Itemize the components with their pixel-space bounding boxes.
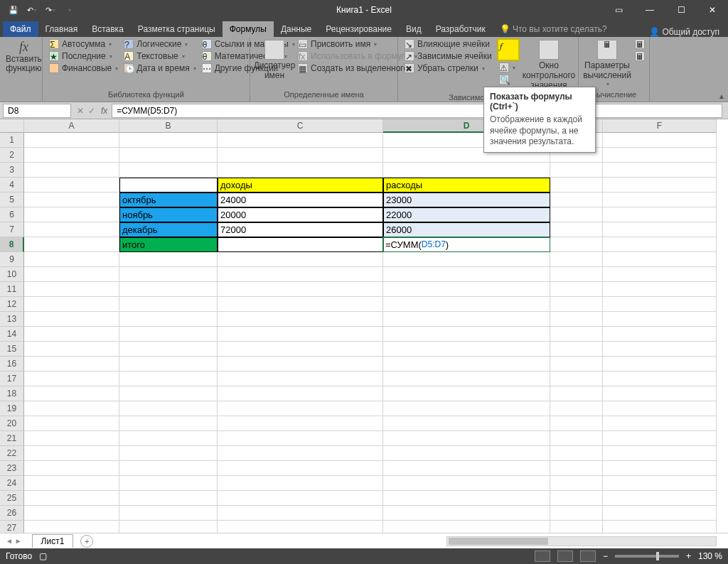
cell-A5[interactable]: [24, 192, 119, 207]
cell-D8[interactable]: =СУММ(D5:D7): [383, 237, 550, 252]
share-button[interactable]: 👤 Общий доступ: [649, 27, 719, 37]
cell-E9[interactable]: [550, 252, 603, 267]
cell-D7[interactable]: 26000: [383, 222, 550, 237]
cell-C9[interactable]: [218, 252, 383, 267]
calc-options-button[interactable]: 🖩Параметры вычислений▾: [583, 38, 631, 89]
cell-D19[interactable]: [383, 401, 550, 416]
cell-F13[interactable]: [603, 312, 717, 327]
tab-file[interactable]: Файл: [3, 21, 38, 37]
macro-record-icon[interactable]: ▢: [39, 551, 47, 561]
cell-E7[interactable]: [550, 222, 603, 237]
cell-F23[interactable]: [603, 461, 717, 476]
cell-C2[interactable]: [218, 148, 383, 163]
cell-D10[interactable]: [383, 267, 550, 282]
cell-B18[interactable]: [119, 386, 218, 401]
cell-B13[interactable]: [119, 312, 218, 327]
cell-A13[interactable]: [24, 312, 119, 327]
cell-D24[interactable]: [383, 476, 550, 491]
row-header-20[interactable]: 20: [0, 416, 24, 431]
cell-C21[interactable]: [218, 431, 383, 446]
cell-A12[interactable]: [24, 297, 119, 312]
cell-D12[interactable]: [383, 297, 550, 312]
cell-C20[interactable]: [218, 416, 383, 431]
show-formulas-button[interactable]: 𝑓: [497, 38, 520, 61]
cell-B15[interactable]: [119, 342, 218, 357]
cell-D20[interactable]: [383, 416, 550, 431]
cell-D23[interactable]: [383, 461, 550, 476]
cell-A22[interactable]: [24, 446, 119, 461]
cell-B26[interactable]: [119, 506, 218, 521]
zoom-slider[interactable]: [615, 555, 679, 558]
cell-B11[interactable]: [119, 282, 218, 297]
sheet-nav[interactable]: ◄ ►: [0, 537, 28, 545]
row-header-8[interactable]: 8: [0, 237, 24, 252]
cell-F9[interactable]: [603, 252, 717, 267]
autosum-button[interactable]: ΣАвтосумма▾: [47, 38, 120, 50]
row-header-1[interactable]: 1: [0, 133, 24, 148]
cell-C11[interactable]: [218, 282, 383, 297]
cell-D6[interactable]: 22000: [383, 207, 550, 222]
cell-B17[interactable]: [119, 372, 218, 386]
row-header-27[interactable]: 27: [0, 521, 24, 533]
cell-C17[interactable]: [218, 372, 383, 386]
cell-F12[interactable]: [603, 297, 717, 312]
cell-B12[interactable]: [119, 297, 218, 312]
cell-E11[interactable]: [550, 282, 603, 297]
cell-D4[interactable]: расходы: [383, 178, 550, 192]
cell-C1[interactable]: [218, 133, 383, 148]
cell-D21[interactable]: [383, 431, 550, 446]
col-header-F[interactable]: F: [603, 119, 717, 133]
cell-B10[interactable]: [119, 267, 218, 282]
cell-D26[interactable]: [383, 506, 550, 521]
cell-E5[interactable]: [550, 192, 603, 207]
cell-F26[interactable]: [603, 506, 717, 521]
select-all-corner[interactable]: [0, 119, 24, 133]
text-button[interactable]: AТекстовые▾: [122, 50, 198, 62]
cell-D13[interactable]: [383, 312, 550, 327]
cell-C13[interactable]: [218, 312, 383, 327]
cell-C6[interactable]: 20000: [218, 207, 383, 222]
normal-view-button[interactable]: [535, 551, 550, 562]
tab-data[interactable]: Данные: [274, 21, 318, 37]
row-header-12[interactable]: 12: [0, 297, 24, 312]
row-header-15[interactable]: 15: [0, 342, 24, 357]
cell-A24[interactable]: [24, 476, 119, 491]
cell-B19[interactable]: [119, 401, 218, 416]
page-break-view-button[interactable]: [580, 551, 596, 562]
cell-A9[interactable]: [24, 252, 119, 267]
row-header-17[interactable]: 17: [0, 372, 24, 386]
cell-A19[interactable]: [24, 401, 119, 416]
cell-A10[interactable]: [24, 267, 119, 282]
row-header-24[interactable]: 24: [0, 476, 24, 491]
cell-B22[interactable]: [119, 446, 218, 461]
cell-F24[interactable]: [603, 476, 717, 491]
cell-A21[interactable]: [24, 431, 119, 446]
cell-A15[interactable]: [24, 342, 119, 357]
cell-E26[interactable]: [550, 506, 603, 521]
cell-E18[interactable]: [550, 386, 603, 401]
cell-E13[interactable]: [550, 312, 603, 327]
cell-E16[interactable]: [550, 357, 603, 372]
cell-E20[interactable]: [550, 416, 603, 431]
cell-F1[interactable]: [603, 133, 717, 148]
cell-B8[interactable]: итого: [119, 237, 218, 252]
close-icon[interactable]: ✕: [697, 0, 728, 20]
undo-icon[interactable]: ↶▾: [24, 2, 40, 18]
cell-A16[interactable]: [24, 357, 119, 372]
cell-B21[interactable]: [119, 431, 218, 446]
cell-F20[interactable]: [603, 416, 717, 431]
cell-C7[interactable]: 72000: [218, 222, 383, 237]
remove-arrows-button[interactable]: ✖Убрать стрелки▾: [402, 63, 494, 74]
cell-A6[interactable]: [24, 207, 119, 222]
cell-B7[interactable]: декабрь: [119, 222, 218, 237]
row-header-11[interactable]: 11: [0, 282, 24, 297]
cell-C8[interactable]: [218, 237, 383, 252]
col-header-C[interactable]: C: [218, 119, 383, 133]
cell-F22[interactable]: [603, 446, 717, 461]
row-header-19[interactable]: 19: [0, 401, 24, 416]
cell-C15[interactable]: [218, 342, 383, 357]
cell-F3[interactable]: [603, 163, 717, 178]
cell-F2[interactable]: [603, 148, 717, 163]
cell-F18[interactable]: [603, 386, 717, 401]
insert-function-button[interactable]: fxВставить функцию: [4, 38, 43, 75]
